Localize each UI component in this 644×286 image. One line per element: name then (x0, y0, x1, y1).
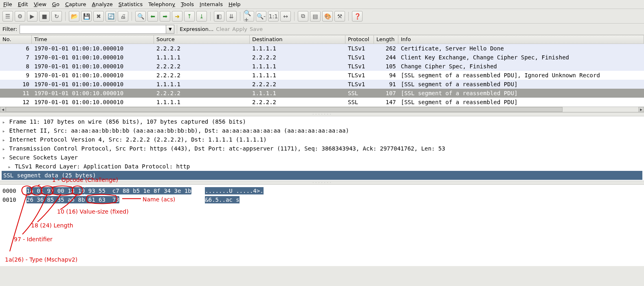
tb-preferences-icon[interactable]: ⚒ (334, 11, 345, 22)
scroll-right-icon[interactable]: ▶ (638, 107, 644, 112)
filter-combo[interactable]: ▼ (20, 25, 174, 34)
tb-open-file-icon[interactable]: 📂 (69, 11, 79, 22)
scroll-thumb[interactable] (6, 107, 563, 112)
menu-analyze[interactable]: Analyze (91, 1, 114, 7)
hex-line-0[interactable]: 0000 1a 01 97 00 18 10 93 55 c7 88 b5 1e… (2, 186, 642, 195)
filter-label: Filter: (2, 26, 17, 32)
filter-dropdown-icon[interactable]: ▼ (166, 25, 174, 33)
menu-internals[interactable]: Internals (199, 1, 224, 7)
filter-expression-button[interactable]: Expression... (180, 26, 213, 32)
tb-display-filters-icon[interactable]: ▤ (310, 11, 321, 22)
packet-list-body[interactable]: 61970-01-01 01:00:10.0000102.2.2.21.1.1.… (0, 44, 644, 107)
filter-input[interactable] (20, 25, 166, 33)
menu-edit[interactable]: Edit (17, 1, 29, 7)
pane-sash-2[interactable]: · · · · · · · (0, 181, 644, 185)
packet-bytes[interactable]: 0000 1a 01 97 00 18 10 93 55 c7 88 b5 1e… (0, 185, 644, 266)
packet-cell-length: 244 (374, 54, 398, 61)
tb-find-icon[interactable]: 🔍 (135, 11, 146, 22)
hex-selected-bytes: 1a 01 97 00 18 10 (26, 187, 85, 194)
hex-line-1[interactable]: 0010 26 36 85 35 a6 8b 61 63 73 &6.5..ac… (2, 195, 642, 204)
tb-reload-icon[interactable]: 🔄 (106, 11, 116, 22)
scroll-track[interactable] (6, 107, 638, 112)
tb-go-forward-icon[interactable]: ➡ (160, 11, 170, 22)
packet-row[interactable]: 111970-01-01 01:00:10.0000102.2.2.21.1.1… (0, 89, 644, 98)
packet-row[interactable]: 61970-01-01 01:00:10.0000102.2.2.21.1.1.… (0, 44, 644, 53)
detail-ethernet[interactable]: Ethernet II, Src: aa:aa:aa:bb:bb:bb (aa:… (2, 126, 642, 135)
tb-zoom-in-icon[interactable]: 🔍+ (244, 11, 254, 22)
menu-tools[interactable]: Tools (180, 1, 195, 7)
tb-go-to-packet-icon[interactable]: ➜ (172, 11, 182, 22)
packet-cell-info: [SSL segment of a reassembled PDU] (398, 90, 644, 96)
col-header-source[interactable]: Source (154, 35, 250, 44)
expander-icon[interactable] (2, 117, 6, 127)
packet-row[interactable]: 81970-01-01 01:00:10.0000102.2.2.21.1.1.… (0, 62, 644, 71)
packet-cell-info: [SSL segment of a reassembled PDU] (398, 99, 644, 105)
tb-restart-capture-icon[interactable]: ↻ (51, 11, 62, 22)
toolbar-separator (348, 12, 349, 21)
tb-go-last-icon[interactable]: ⤓ (196, 11, 207, 22)
tb-resize-cols-icon[interactable]: ↔ (280, 11, 291, 22)
pane-sash-1[interactable]: · · · · · · · (0, 112, 644, 116)
packet-row[interactable]: 71970-01-01 01:00:10.0000101.1.1.12.2.2.… (0, 53, 644, 62)
tb-go-first-icon[interactable]: ⤒ (184, 11, 195, 22)
col-header-no[interactable]: No. (0, 35, 32, 44)
expander-icon[interactable] (2, 144, 6, 154)
packet-row[interactable]: 101970-01-01 01:00:10.0000101.1.1.12.2.2… (0, 80, 644, 89)
detail-ssl[interactable]: Secure Sockets Layer (2, 153, 642, 162)
detail-ip[interactable]: Internet Protocol Version 4, Src: 2.2.2.… (2, 135, 642, 144)
tb-print-icon[interactable]: 🖨 (118, 11, 128, 22)
tb-capture-filters-icon[interactable]: ⧉ (298, 11, 308, 22)
menu-file[interactable]: File (2, 1, 13, 7)
menu-view[interactable]: View (33, 1, 47, 7)
detail-ssl-segment-selected[interactable]: SSL segment data (25 bytes) (2, 171, 642, 180)
tb-zoom-reset-icon[interactable]: 1:1 (268, 11, 279, 22)
hex-selected-bytes: 26 36 85 35 a6 8b 61 63 73 (26, 196, 119, 203)
menu-go[interactable]: Go (51, 1, 60, 7)
packet-row[interactable]: 91970-01-01 01:00:10.0000102.2.2.21.1.1.… (0, 71, 644, 80)
col-header-protocol[interactable]: Protocol (345, 35, 374, 44)
packet-cell-protocol: TLSv1 (345, 54, 374, 61)
filter-save-button[interactable]: Save (250, 26, 263, 32)
expander-icon[interactable] (2, 126, 6, 136)
tb-save-file-icon[interactable]: 💾 (81, 11, 92, 22)
tb-colorize-icon[interactable]: ◧ (214, 11, 224, 22)
detail-tls-record[interactable]: TLSv1 Record Layer: Application Data Pro… (2, 162, 642, 171)
tb-close-file-icon[interactable]: ✖ (93, 11, 104, 22)
col-header-destination[interactable]: Destination (250, 35, 345, 44)
col-header-time[interactable]: Time (32, 35, 154, 44)
menu-help[interactable]: Help (228, 1, 242, 7)
filter-apply-button[interactable]: Apply (232, 26, 247, 32)
col-header-length[interactable]: Length (374, 35, 398, 44)
detail-tcp[interactable]: Transmission Control Protocol, Src Port:… (2, 144, 642, 153)
filter-clear-button[interactable]: Clear (216, 26, 230, 32)
packet-cell-destination: 1.1.1.1 (250, 90, 345, 96)
col-header-info[interactable]: Info (398, 35, 644, 44)
scroll-left-icon[interactable]: ◀ (0, 107, 6, 112)
packet-cell-source: 2.2.2.2 (154, 63, 250, 70)
menu-telephony[interactable]: Telephony (147, 1, 176, 7)
packet-row[interactable]: 121970-01-01 01:00:10.0000101.1.1.12.2.2… (0, 98, 644, 107)
tb-help-icon[interactable]: ❓ (352, 11, 363, 22)
expander-icon[interactable] (2, 135, 6, 145)
tb-list-interfaces-icon[interactable]: ☰ (2, 11, 13, 22)
tb-capture-options-icon[interactable]: ⚙ (15, 11, 25, 22)
tb-stop-capture-icon[interactable]: ■ (39, 11, 50, 22)
toolbar-separator (65, 12, 66, 21)
annotation-length: 18 (24) Length (31, 222, 73, 229)
tb-start-capture-icon[interactable]: ▶ (27, 11, 37, 22)
packet-cell-no: 9 (0, 72, 32, 79)
tb-zoom-out-icon[interactable]: 🔍- (256, 11, 266, 22)
packet-list-hscrollbar[interactable]: ◀ ▶ (0, 107, 644, 112)
tb-coloring-rules-icon[interactable]: 🎨 (322, 11, 333, 22)
menu-statistics[interactable]: Statistics (118, 1, 143, 7)
tb-go-back-icon[interactable]: ⬅ (147, 11, 158, 22)
packet-details[interactable]: Frame 11: 107 bytes on wire (856 bits), … (0, 116, 644, 181)
expander-icon[interactable] (7, 162, 11, 172)
tb-auto-scroll-icon[interactable]: ⇊ (226, 11, 237, 22)
detail-frame[interactable]: Frame 11: 107 bytes on wire (856 bits), … (2, 117, 642, 126)
packet-cell-source: 2.2.2.2 (154, 90, 250, 96)
packet-cell-info: Certificate, Server Hello Done (398, 45, 644, 52)
menu-capture[interactable]: Capture (64, 1, 87, 7)
packet-cell-length: 91 (374, 81, 398, 87)
expander-icon[interactable] (2, 153, 6, 163)
